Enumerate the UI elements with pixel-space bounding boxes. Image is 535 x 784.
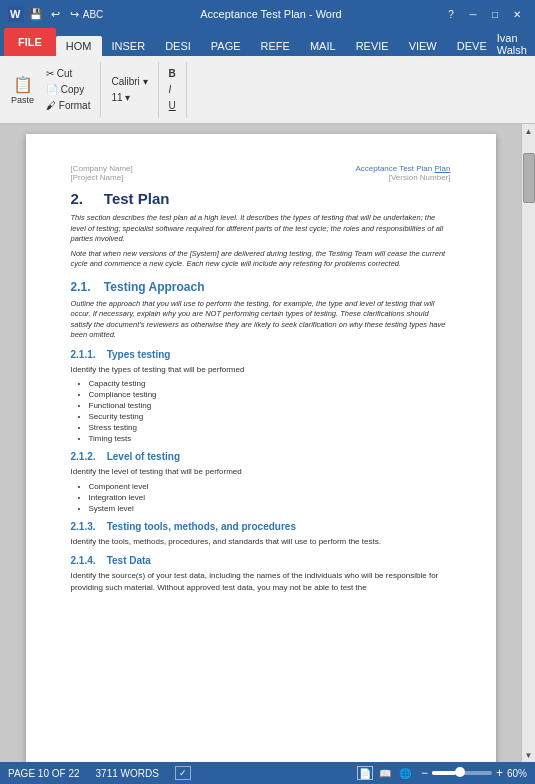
tab-review[interactable]: REVIE (346, 36, 399, 56)
zoom-slider[interactable] (432, 771, 492, 775)
tab-insert[interactable]: INSER (102, 36, 156, 56)
cut-copy-format: ✂ Cut 📄 Copy 🖌 Format (42, 66, 94, 113)
close-button[interactable]: ✕ (507, 6, 527, 22)
list-item: Component level (89, 482, 451, 491)
project-name-header: [Project Name] (71, 173, 133, 182)
ribbon-commands: 📋 Paste ✂ Cut 📄 Copy 🖌 Format Calibri ▾ … (0, 56, 535, 124)
section21-body: Outline the approach that you will use t… (71, 299, 451, 341)
title-bar-left: W 💾 ↩ ↪ ABC (8, 6, 101, 22)
tab-file[interactable]: FILE (4, 28, 56, 56)
section211-intro: Identify the types of testing that will … (71, 364, 451, 376)
copy-button[interactable]: 📄 Copy (42, 82, 94, 97)
print-layout-icon[interactable]: 📄 (357, 766, 373, 780)
redo-icon[interactable]: ↪ (66, 6, 82, 22)
tab-developer[interactable]: DEVE (447, 36, 497, 56)
scroll-down-arrow[interactable]: ▼ (522, 748, 536, 762)
zoom-controls: − + 60% (421, 766, 527, 780)
scroll-up-arrow[interactable]: ▲ (522, 124, 536, 138)
bold-button[interactable]: B (165, 66, 180, 81)
header-left: [Company Name] [Project Name] (71, 164, 133, 182)
svg-text:W: W (10, 8, 21, 20)
zoom-fill (432, 771, 456, 775)
section212-intro: Identify the level of testing that will … (71, 466, 451, 478)
section2-heading: 2. Test Plan (71, 190, 451, 207)
user-info: Ivan Walsh ▾ K (497, 32, 535, 56)
paste-button[interactable]: 📋 Paste (6, 64, 39, 116)
status-bar: PAGE 10 OF 22 3711 WORDS ✓ 📄 📖 🌐 − + 60% (0, 762, 535, 784)
scroll-track[interactable] (522, 138, 536, 748)
list-item: System level (89, 504, 451, 513)
section2-note: Note that when new versions of the [Syst… (71, 249, 451, 270)
section211-list: Capacity testing Compliance testing Func… (71, 379, 451, 443)
company-name-header: [Company Name] (71, 164, 133, 173)
help-button[interactable]: ? (441, 6, 461, 22)
minimize-button[interactable]: ─ (463, 6, 483, 22)
section212-heading: 2.1.2. Level of testing (71, 451, 451, 462)
section213-heading: 2.1.3. Testing tools, methods, and proce… (71, 521, 451, 532)
section2-body: This section describes the test plan at … (71, 213, 451, 245)
user-name: Ivan Walsh (497, 32, 534, 56)
zoom-thumb[interactable] (455, 767, 465, 777)
view-mode-icons: 📄 📖 🌐 (357, 766, 413, 780)
font-family[interactable]: Calibri ▾ (107, 74, 151, 89)
section214-heading: 2.1.4. Test Data (71, 555, 451, 566)
status-right: 📄 📖 🌐 − + 60% (357, 766, 527, 780)
save-icon[interactable]: 💾 (28, 6, 44, 22)
clipboard-group: 📋 Paste ✂ Cut 📄 Copy 🖌 Format (6, 62, 101, 118)
section212-list: Component level Integration level System… (71, 482, 451, 513)
align-controls: B I U (165, 66, 180, 113)
font-size[interactable]: 11 ▾ (107, 90, 151, 105)
tab-page[interactable]: PAGE (201, 36, 251, 56)
document-area: [Company Name] [Project Name] Acceptance… (0, 124, 521, 762)
list-item: Capacity testing (89, 379, 451, 388)
ribbon: FILE HOM INSER DESI PAGE REFE MAIL REVIE… (0, 28, 535, 56)
tab-design[interactable]: DESI (155, 36, 201, 56)
vertical-scrollbar[interactable]: ▲ ▼ (521, 124, 535, 762)
list-item: Compliance testing (89, 390, 451, 399)
zoom-in-button[interactable]: + (496, 766, 503, 780)
restore-button[interactable]: □ (485, 6, 505, 22)
list-item: Timing tests (89, 434, 451, 443)
read-mode-icon[interactable]: 📖 (377, 766, 393, 780)
document-page: [Company Name] [Project Name] Acceptance… (26, 134, 496, 762)
version-header: [Version Number] (355, 173, 450, 182)
window-controls: ? ─ □ ✕ (441, 6, 527, 22)
font-group: Calibri ▾ 11 ▾ (107, 62, 158, 118)
section21-heading: 2.1. Testing Approach (71, 280, 451, 294)
section211-heading: 2.1.1. Types testing (71, 349, 451, 360)
italic-button[interactable]: I (165, 82, 180, 97)
track-changes-icon[interactable]: ✓ (175, 766, 191, 780)
zoom-percent: 60% (507, 768, 527, 779)
quick-access-toolbar: 💾 ↩ ↪ ABC (28, 6, 101, 22)
list-item: Integration level (89, 493, 451, 502)
doc-title-header: Acceptance Test Plan Plan (355, 164, 450, 173)
paragraph-group: B I U (165, 62, 187, 118)
zoom-out-button[interactable]: − (421, 766, 428, 780)
web-layout-icon[interactable]: 🌐 (397, 766, 413, 780)
header-right: Acceptance Test Plan Plan [Version Numbe… (355, 164, 450, 182)
title-bar: W 💾 ↩ ↪ ABC Acceptance Test Plan - Word … (0, 0, 535, 28)
list-item: Security testing (89, 412, 451, 421)
word-icon: W (8, 6, 24, 22)
window-title: Acceptance Test Plan - Word (101, 8, 441, 20)
tab-mail[interactable]: MAIL (300, 36, 346, 56)
list-item: Stress testing (89, 423, 451, 432)
word-count: 3711 WORDS (96, 768, 159, 779)
doc-header: [Company Name] [Project Name] Acceptance… (71, 164, 451, 182)
spell-check-icon[interactable]: ABC (85, 6, 101, 22)
section214-body: Identify the source(s) of your test data… (71, 570, 451, 593)
tab-view[interactable]: VIEW (399, 36, 447, 56)
cut-button[interactable]: ✂ Cut (42, 66, 94, 81)
section213-body: Identify the tools, methods, procedures,… (71, 536, 451, 548)
format-painter-button[interactable]: 🖌 Format (42, 98, 94, 113)
underline-button[interactable]: U (165, 98, 180, 113)
ribbon-tab-bar: FILE HOM INSER DESI PAGE REFE MAIL REVIE… (0, 28, 535, 56)
tab-home[interactable]: HOM (56, 36, 102, 56)
main-area: [Company Name] [Project Name] Acceptance… (0, 124, 535, 762)
scroll-thumb[interactable] (523, 153, 535, 203)
tab-references[interactable]: REFE (251, 36, 300, 56)
undo-icon[interactable]: ↩ (47, 6, 63, 22)
font-controls: Calibri ▾ 11 ▾ (107, 74, 151, 105)
page-info: PAGE 10 OF 22 (8, 768, 80, 779)
list-item: Functional testing (89, 401, 451, 410)
